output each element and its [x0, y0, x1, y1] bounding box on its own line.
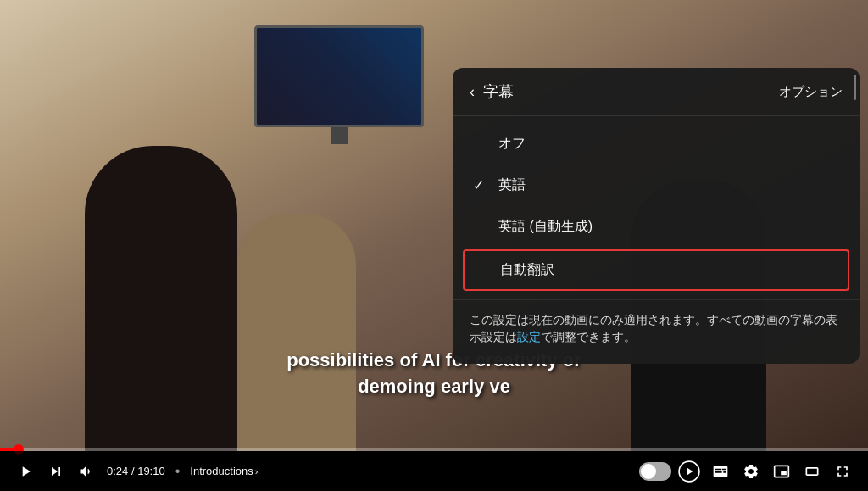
theater-button[interactable] — [798, 460, 826, 483]
volume-button[interactable] — [73, 460, 100, 483]
options-link[interactable]: オプション — [779, 84, 843, 100]
caption-off-item[interactable]: オフ — [453, 123, 860, 165]
subtitles-button[interactable] — [707, 460, 734, 483]
autoplay-toggle[interactable] — [639, 462, 671, 481]
monitor — [254, 25, 424, 144]
caption-auto-translate-item[interactable]: 自動翻訳 — [463, 249, 849, 291]
settings-link[interactable]: 設定 — [517, 331, 541, 343]
play-button[interactable] — [12, 460, 39, 483]
checkmark-english: ✓ — [473, 177, 490, 193]
caption-english-auto-item[interactable]: 英語 (自動生成) — [453, 206, 860, 248]
caption-english-label: 英語 — [498, 176, 526, 194]
caption-panel: ‹ 字幕 オプション オフ ✓ 英語 英語 (自動生成) 自動翻訳 この設定は現… — [453, 68, 860, 364]
fullscreen-button[interactable] — [829, 460, 856, 483]
person-silhouette-mid — [237, 214, 356, 451]
caption-auto-translate-label: 自動翻訳 — [500, 261, 554, 279]
dot-separator: • — [175, 464, 181, 479]
caption-english-auto-label: 英語 (自動生成) — [498, 218, 593, 236]
controls-bar: 0:24 / 19:10 • Introductions › — [0, 451, 868, 491]
chapter-name-text: Introductions — [190, 465, 253, 477]
miniplayer-button[interactable] — [768, 460, 795, 483]
scrollbar[interactable] — [854, 75, 856, 100]
toggle-knob — [641, 464, 656, 479]
chapter-chevron-icon: › — [255, 466, 259, 477]
autoplay-play-button[interactable] — [675, 457, 704, 486]
time-display: 0:24 / 19:10 — [107, 465, 165, 477]
caption-panel-title: 字幕 — [483, 81, 514, 102]
caption-info-text: この設定は現在の動画にのみ適用されます。すべての動画の字幕の表示設定は設定で調整… — [453, 299, 860, 364]
caption-menu-list: オフ ✓ 英語 英語 (自動生成) 自動翻訳 — [453, 116, 860, 299]
checkmark-off — [473, 137, 490, 152]
chapter-name[interactable]: Introductions › — [190, 465, 258, 477]
next-button[interactable] — [42, 460, 70, 483]
settings-button[interactable] — [737, 460, 765, 483]
caption-panel-header: ‹ 字幕 オプション — [453, 68, 860, 116]
person-silhouette-left — [85, 146, 237, 451]
info-text-part2: で調整できます。 — [541, 331, 636, 343]
caption-english-item[interactable]: ✓ 英語 — [453, 165, 860, 206]
checkmark-english-auto — [473, 220, 490, 235]
caption-off-label: オフ — [498, 135, 526, 153]
back-button[interactable]: ‹ — [470, 83, 475, 101]
